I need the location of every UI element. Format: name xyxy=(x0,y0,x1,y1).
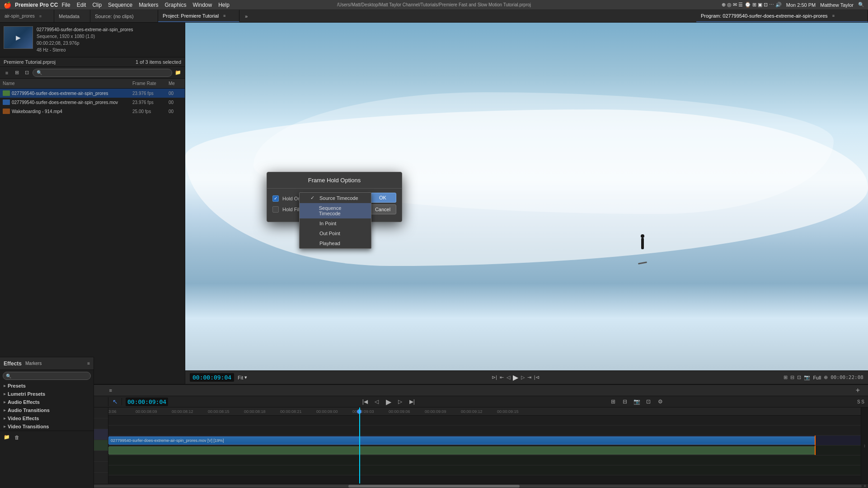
menu-graphics[interactable]: Graphics xyxy=(164,2,186,8)
item-name: 027799540-surfer-does-extreme-air-spin_p… xyxy=(12,100,132,105)
grid-view-icon[interactable]: ⊞ xyxy=(13,69,21,77)
tab-source[interactable]: Source: (no clips) xyxy=(90,10,158,22)
username: Matthew Taylor xyxy=(820,2,854,8)
tab-air-spin[interactable]: air-spin_prores ≡ xyxy=(0,10,54,22)
list-item[interactable]: 027799540-surfer-does-extreme-air-spin_p… xyxy=(0,89,185,98)
timeline-timecode[interactable]: 00:00:09:04 xyxy=(126,398,168,406)
timeline-scroll-track[interactable] xyxy=(6,485,862,488)
menu-sequence[interactable]: Sequence xyxy=(108,2,132,8)
menu-markers[interactable]: Markers xyxy=(139,2,158,8)
timeline-scrollbar[interactable]: − + xyxy=(0,483,868,488)
panel-menu-icon[interactable]: ≡ xyxy=(832,14,835,18)
datetime: Mon 2:50 PM xyxy=(786,2,816,8)
menu-file[interactable]: File xyxy=(61,2,70,8)
tree-label: Audio Transitions xyxy=(8,407,50,413)
mark-out-icon[interactable]: |⊲ xyxy=(534,374,540,380)
source-file-info: 027799540-surfer-does-extreme-air-spin_p… xyxy=(37,26,133,53)
search-icon[interactable]: 🔍 xyxy=(858,2,864,8)
audio-clip-a1[interactable] xyxy=(108,446,816,455)
export-icon[interactable]: 📷 xyxy=(804,374,810,380)
tl-bottom-icons: S S xyxy=(857,399,864,404)
preview-timecode[interactable]: 00:00:09:04 xyxy=(190,373,234,382)
dropdown-item-label: In Point xyxy=(319,221,336,226)
list-item[interactable]: 027799540-surfer-does-extreme-air-spin_p… xyxy=(0,98,185,107)
tab-project[interactable]: Project: Premiere Tutorial ≡ xyxy=(158,10,239,22)
dropdown-item-in-point[interactable]: In Point xyxy=(300,218,371,228)
tl-camera[interactable]: 📷 xyxy=(632,397,641,406)
tree-item-video-transitions[interactable]: ▸ Video Transitions xyxy=(0,422,94,431)
dropdown-item-sequence-tc[interactable]: Sequence Timecode xyxy=(300,203,371,218)
safe-margins-icon[interactable]: ⊕ xyxy=(824,374,828,380)
hold-filters-checkbox[interactable] xyxy=(272,206,279,213)
ruler-labels: 3:06 00:00:08:09 00:00:08:12 00:00:08:15… xyxy=(108,407,861,415)
expand-icon[interactable]: » xyxy=(239,10,253,22)
insert-icon[interactable]: ⊞ xyxy=(784,374,788,380)
tree-item-lumetri[interactable]: ▸ Lumetri Presets xyxy=(0,390,94,398)
freeform-view-icon[interactable]: ⊡ xyxy=(23,69,31,77)
zoom-in-icon[interactable]: + xyxy=(863,483,866,488)
cancel-button[interactable]: Cancel xyxy=(369,204,396,214)
tl-settings[interactable]: ⚙ xyxy=(656,397,665,406)
dropdown-item-source-tc[interactable]: ✓ Source Timecode xyxy=(300,193,371,203)
overwrite-icon[interactable]: ⊟ xyxy=(790,374,794,380)
tab-program[interactable]: Program: 027799540-surfer-does-extreme-a… xyxy=(696,10,868,22)
effects-panel-menu[interactable]: ≡ xyxy=(87,361,90,366)
menu-edit[interactable]: Edit xyxy=(77,2,86,8)
dropdown-item-playhead[interactable]: Playhead xyxy=(300,238,371,248)
timeline-add-track[interactable]: + xyxy=(856,386,860,394)
tl-insert[interactable]: ⊞ xyxy=(609,397,618,406)
tl-export[interactable]: ⊡ xyxy=(644,397,653,406)
video-track-v3 xyxy=(108,416,861,426)
tree-item-presets[interactable]: ▸ Presets xyxy=(0,382,94,390)
step-frame-fwd[interactable]: ▷ xyxy=(521,374,525,380)
project-name: Premiere Tutorial.prproj xyxy=(4,59,56,65)
tl-play[interactable]: ▶ xyxy=(384,397,393,406)
tree-item-audio-transitions[interactable]: ▸ Audio Transitions xyxy=(0,406,94,414)
tree-item-audio-effects[interactable]: ▸ Audio Effects xyxy=(0,398,94,406)
step-back-icon[interactable]: ⇤ xyxy=(500,374,504,380)
timeline-scroll-thumb[interactable] xyxy=(348,485,520,488)
top-bar: 🍎 Premiere Pro CC File Edit Clip Sequenc… xyxy=(0,0,868,10)
mark-in-icon[interactable]: ⊳| xyxy=(492,374,497,380)
effects-tree: ▸ Presets ▸ Lumetri Presets ▸ Audio Effe… xyxy=(0,382,94,431)
menu-clip[interactable]: Clip xyxy=(92,2,102,8)
step-frame-back[interactable]: ◁ xyxy=(507,374,510,380)
play-icon[interactable]: ▶ xyxy=(16,34,21,41)
step-fwd-icon[interactable]: ⇥ xyxy=(527,374,531,380)
new-folder-icon[interactable]: 📁 xyxy=(3,433,11,441)
tl-play-fwd[interactable]: ▶| xyxy=(408,397,417,406)
source-duration: 00:00:22;08, 23.976p xyxy=(37,40,133,47)
fit-dropdown[interactable]: Fit ▾ xyxy=(238,374,247,380)
tl-play-back[interactable]: |◀ xyxy=(361,397,370,406)
lift-icon[interactable]: ⊡ xyxy=(797,374,801,380)
menu-help[interactable]: Help xyxy=(218,2,230,8)
timeline-menu[interactable]: ≡ xyxy=(109,388,112,393)
effects-search-input[interactable] xyxy=(11,374,88,379)
trash-icon[interactable]: 🗑 xyxy=(13,433,21,441)
full-dropdown[interactable]: Full xyxy=(813,375,821,380)
tab-metadata[interactable]: Metadata xyxy=(54,10,90,22)
tl-step-fwd[interactable]: ▷ xyxy=(396,397,405,406)
tl-step-back[interactable]: ◁ xyxy=(372,397,381,406)
list-item[interactable]: Wakeboarding - 914.mp4 25.00 fps 00 xyxy=(0,107,185,116)
panel-menu-icon[interactable]: ≡ xyxy=(223,14,225,18)
effects-search-box[interactable]: 🔍 xyxy=(3,372,91,380)
apple-menu[interactable]: 🍎 xyxy=(4,1,11,9)
tree-item-video-effects[interactable]: ▸ Video Effects xyxy=(0,414,94,422)
ok-button[interactable]: OK xyxy=(369,193,396,203)
hold-on-checkbox[interactable]: ✓ xyxy=(272,195,279,202)
source-thumbnail[interactable]: ▶ xyxy=(4,26,33,49)
play-pause-icon[interactable]: ▶ xyxy=(513,373,518,382)
status-icons: ⊕ ◎ ✉ ☰ ⌚ ⊞ ▣ ⊡ ⋯ 🔊 xyxy=(722,2,782,8)
panel-menu-icon[interactable]: ≡ xyxy=(39,14,42,19)
tl-lift[interactable]: ⊟ xyxy=(620,397,629,406)
tab-markers[interactable]: Markers xyxy=(25,361,42,366)
video-clip-v1[interactable]: 027799540-surfer-does-extreme-air-spin_p… xyxy=(108,436,816,445)
list-view-icon[interactable]: ≡ xyxy=(3,69,11,77)
menu-window[interactable]: Window xyxy=(193,2,212,8)
track-content: 3:06 00:00:08:09 00:00:08:12 00:00:08:15… xyxy=(108,407,861,483)
dropdown-item-out-point[interactable]: Out Point xyxy=(300,228,371,238)
new-bin-icon[interactable]: 📁 xyxy=(174,69,182,77)
project-search[interactable]: 🔍 xyxy=(33,69,172,77)
selection-tool[interactable]: ↖ xyxy=(113,398,118,405)
